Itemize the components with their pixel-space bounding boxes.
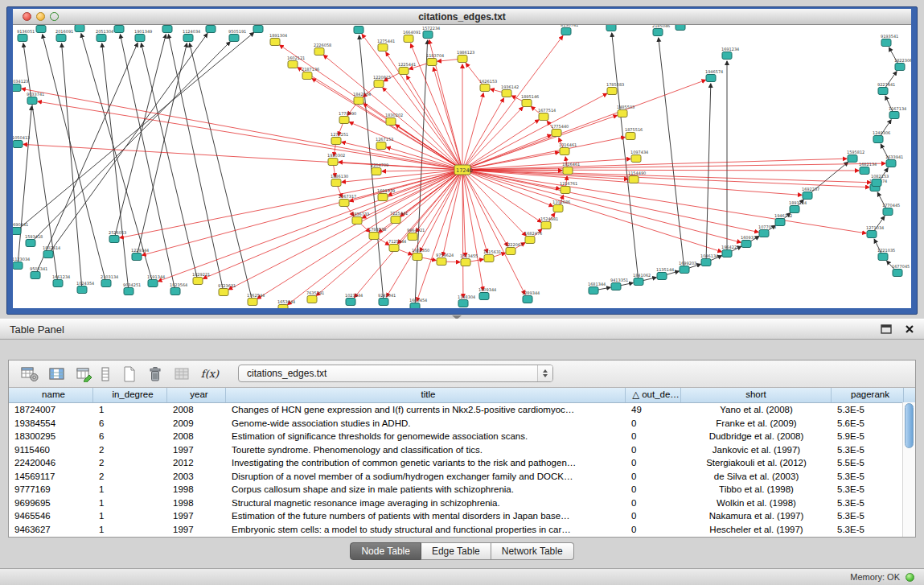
graph-node[interactable]: 1699203 — [679, 261, 696, 274]
graph-node[interactable]: 1633941 — [885, 154, 903, 167]
graph-node[interactable]: 1875516 — [625, 127, 643, 140]
window-zoom-button[interactable] — [50, 12, 59, 21]
graph-node[interactable]: 1595812 — [847, 150, 864, 163]
graph-node[interactable]: 1221035 — [877, 248, 895, 261]
graph-node[interactable]: 1986123 — [457, 50, 474, 63]
graph-node[interactable]: 2051304 — [96, 29, 113, 42]
scrollbar-thumb[interactable] — [905, 403, 914, 448]
graph-node[interactable]: 1677514 — [538, 108, 556, 121]
graph-node[interactable]: 1775440 — [551, 124, 569, 137]
graph-node[interactable]: 1024354 — [76, 281, 94, 294]
graph-node[interactable]: 1124034 — [183, 29, 200, 42]
graph-node[interactable]: 1802414 — [43, 245, 60, 258]
graph-node[interactable]: 1205276 — [162, 25, 179, 33]
graph-node[interactable]: 1936142 — [501, 84, 519, 97]
graph-node[interactable]: 1572234 — [422, 26, 440, 39]
graph-node[interactable]: 1822306 — [894, 58, 911, 71]
edit-columns-icon[interactable] — [73, 364, 96, 384]
graph-node[interactable]: 9193541 — [881, 34, 898, 47]
graph-node[interactable]: 1289344 — [522, 290, 540, 303]
graph-node[interactable]: 9245041 — [378, 293, 396, 306]
table-scrollbar[interactable] — [902, 402, 915, 537]
hub-node[interactable]: 17240 — [454, 165, 473, 175]
graph-node[interactable]: 1682134 — [859, 162, 877, 175]
graph-node[interactable]: 1316461 — [559, 142, 577, 155]
graph-node[interactable]: 9723631 — [218, 283, 236, 296]
graph-node[interactable]: 1681344 — [588, 282, 606, 295]
graph-node[interactable]: 1901349 — [134, 29, 152, 42]
column-header-pagerank[interactable]: pagerank — [832, 388, 904, 402]
graph-node[interactable]: 1267153 — [376, 137, 393, 150]
graph-node[interactable]: 1886130 — [331, 174, 348, 187]
table-row[interactable]: 946362711997Embryonic stem cells: a mode… — [9, 523, 915, 537]
function-builder-icon[interactable]: f(x) — [199, 364, 221, 384]
graph-node[interactable]: 1609332 — [741, 235, 758, 248]
graph-node[interactable]: 1664091 — [403, 30, 421, 43]
graph-node[interactable]: 1964225 — [721, 245, 739, 257]
graph-node[interactable]: 7225441 — [390, 211, 408, 224]
graph-node[interactable]: 2204709 — [371, 163, 388, 175]
delete-column-icon[interactable] — [144, 364, 166, 384]
table-row[interactable]: 911546021997Tourette syndrome. Phenomeno… — [9, 443, 915, 457]
graph-node[interactable]: 1893124 — [789, 200, 807, 213]
column-header-outde[interactable]: △ out_de… — [626, 388, 681, 402]
graph-node[interactable]: 7635291 — [306, 290, 324, 303]
graph-node[interactable]: 1023234 — [345, 293, 363, 306]
graph-node[interactable]: 1823564 — [170, 282, 187, 295]
graph-node[interactable]: 1653644 — [277, 299, 295, 308]
select-columns-icon[interactable] — [46, 364, 68, 384]
import-table-icon[interactable] — [171, 364, 194, 384]
graph-node[interactable]: 1485503 — [617, 105, 634, 117]
graph-node[interactable]: 1603454 — [409, 298, 427, 308]
column-header-short[interactable]: short — [681, 388, 832, 402]
graph-node[interactable]: 1809344 — [478, 287, 496, 300]
row-options-icon[interactable] — [97, 364, 113, 384]
table-row[interactable]: 1830029562008Estimation of significance … — [9, 430, 915, 443]
graph-node[interactable]: 1102686 — [552, 200, 570, 212]
graph-node[interactable]: 1123034 — [13, 257, 30, 270]
graph-node[interactable]: 1591344 — [147, 274, 165, 287]
graph-node[interactable]: 2226058 — [314, 43, 331, 56]
graph-node[interactable]: 1528042 — [113, 25, 131, 33]
float-panel-icon[interactable] — [881, 324, 892, 334]
graph-node[interactable]: 1682476 — [524, 231, 542, 244]
graph-node[interactable]: 1946574 — [705, 69, 723, 82]
graph-node[interactable]: 1692611 — [74, 25, 92, 32]
graph-node[interactable]: 1691234 — [721, 47, 739, 60]
graph-node[interactable]: 1770445 — [882, 203, 900, 216]
graph-node[interactable]: 2526053 — [109, 230, 126, 243]
tab-network-table[interactable]: Network Table — [491, 542, 574, 560]
table-row[interactable]: 969969511998Structural magnetic resonanc… — [9, 496, 915, 510]
network-canvas[interactable]: 1986123118370412254411220815184200417785… — [13, 25, 911, 308]
graph-node[interactable]: 1661234 — [52, 274, 70, 287]
table-selector-dropdown[interactable]: citations_edges.txt — [238, 365, 553, 382]
table-row[interactable]: 2242004622012Investigating the contribut… — [9, 456, 915, 470]
table-settings-icon[interactable] — [18, 364, 41, 384]
graph-node[interactable]: 1762544 — [247, 293, 265, 306]
graph-node[interactable]: 1842004 — [353, 92, 371, 105]
graph-node[interactable]: 1891304 — [269, 33, 287, 46]
graph-node[interactable]: 1275251 — [331, 132, 348, 145]
graph-node[interactable]: 1895146 — [521, 94, 539, 107]
graph-node[interactable]: 1154490 — [628, 171, 646, 183]
graph-node[interactable]: 9754624 — [436, 253, 454, 266]
graph-node[interactable]: 1046134 — [700, 253, 718, 266]
graph-node[interactable]: 1220815 — [373, 75, 391, 88]
graph-node[interactable]: 1946152 — [774, 213, 792, 226]
graph-node[interactable]: 1593418 — [25, 234, 43, 247]
table-row[interactable]: 946554611997Estimation of the future num… — [9, 509, 915, 523]
graph-node[interactable]: 1275441 — [377, 39, 395, 51]
graph-node[interactable]: 2016091 — [55, 29, 73, 42]
window-close-button[interactable] — [23, 12, 31, 21]
graph-node[interactable]: 1148304 — [458, 295, 475, 307]
graph-node[interactable]: 9034251 — [123, 282, 141, 295]
tab-edge-table[interactable]: Edge Table — [421, 542, 491, 560]
table-row[interactable]: 1938455462009Genome-wide association stu… — [9, 417, 915, 431]
graph-node[interactable]: 1077034 — [758, 225, 776, 237]
graph-node[interactable]: 1785083 — [606, 82, 624, 95]
graph-node[interactable]: 1829221 — [192, 272, 210, 285]
graph-node[interactable]: 2103134 — [101, 274, 118, 287]
window-minimize-button[interactable] — [36, 12, 45, 21]
graph-node[interactable]: 1677045 — [892, 264, 910, 277]
graph-node[interactable]: 1097434 — [630, 150, 648, 163]
